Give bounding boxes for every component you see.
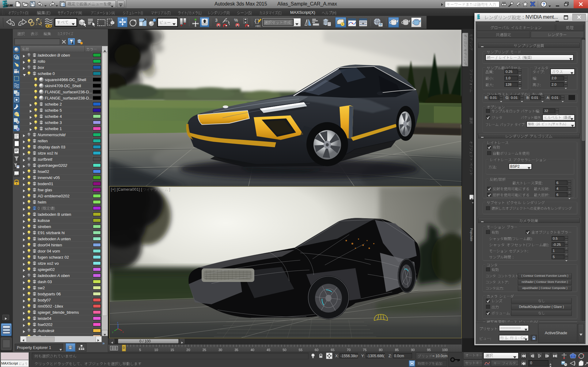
svg-text:y: y — [112, 331, 113, 333]
svg-text:95: 95 — [427, 348, 431, 352]
svg-text:50: 50 — [283, 348, 286, 352]
svg-text:85: 85 — [395, 348, 399, 352]
svg-text:x: x — [123, 331, 124, 333]
svg-text:60: 60 — [315, 348, 318, 352]
svg-text:z: z — [117, 321, 118, 324]
svg-text:80: 80 — [379, 348, 382, 352]
svg-text:100: 100 — [442, 348, 448, 352]
svg-text:55: 55 — [299, 348, 302, 352]
svg-text:30: 30 — [218, 348, 222, 352]
svg-text:75: 75 — [363, 348, 366, 352]
svg-text:?: ? — [542, 2, 545, 7]
svg-text:40: 40 — [251, 348, 254, 352]
svg-text:%: % — [234, 18, 238, 23]
svg-text:90: 90 — [411, 348, 415, 352]
svg-text:65: 65 — [331, 348, 334, 352]
svg-text:5: 5 — [139, 348, 141, 352]
svg-text:ABC: ABC — [255, 24, 261, 28]
svg-text:20: 20 — [186, 348, 190, 352]
svg-text:45: 45 — [267, 348, 270, 352]
svg-text:70: 70 — [347, 348, 351, 352]
svg-text:15: 15 — [170, 348, 174, 352]
svg-text:25: 25 — [203, 348, 206, 352]
svg-text:3: 3 — [215, 18, 218, 23]
svg-text:10: 10 — [154, 348, 158, 352]
svg-text:35: 35 — [234, 348, 238, 352]
